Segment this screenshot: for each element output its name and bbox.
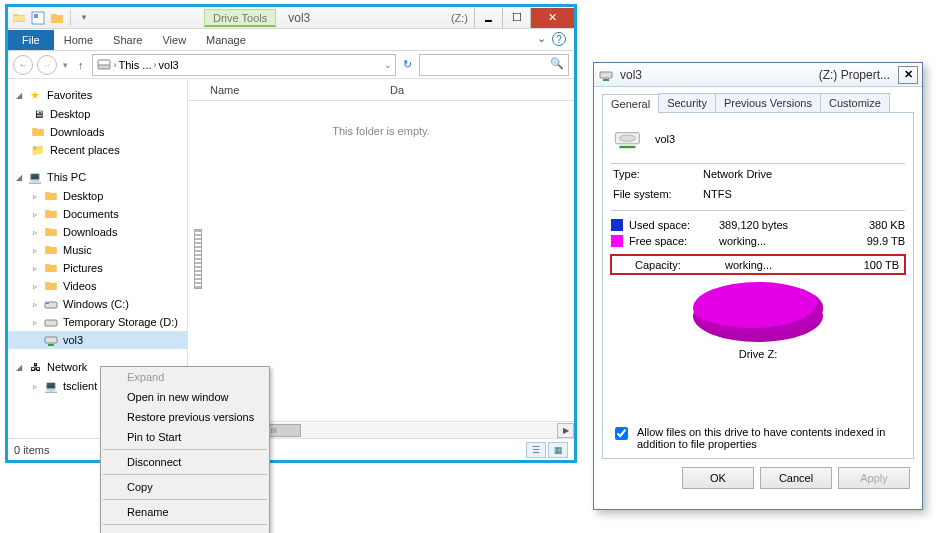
scroll-right-icon[interactable]: ▶ <box>557 423 574 438</box>
drive-tools-contextual-tab[interactable]: Drive Tools <box>204 9 276 27</box>
nav-item-label: Downloads <box>50 126 104 138</box>
recent-locations-icon[interactable]: ▾ <box>61 60 70 70</box>
ok-button[interactable]: OK <box>682 467 754 489</box>
recent-icon: 📁 <box>30 142 46 158</box>
ctx-disconnect[interactable]: Disconnect <box>101 452 269 472</box>
used-swatch <box>611 219 623 231</box>
tab-manage[interactable]: Manage <box>196 30 256 50</box>
back-button[interactable]: ← <box>13 55 33 75</box>
tab-home[interactable]: Home <box>54 30 103 50</box>
capacity-label: Capacity: <box>635 259 725 271</box>
computer-icon: 💻 <box>43 378 59 394</box>
view-thumbnails-icon[interactable]: ▦ <box>548 442 568 458</box>
indexing-checkbox[interactable] <box>615 427 628 440</box>
breadcrumb-vol3[interactable]: vol3 <box>159 59 179 71</box>
nav-fav-desktop[interactable]: 🖥Desktop <box>8 105 187 123</box>
ribbon-chevron-icon[interactable]: ⌄ <box>537 32 546 46</box>
tab-customize[interactable]: Customize <box>820 93 890 112</box>
help-icon[interactable]: ? <box>552 32 566 46</box>
star-icon: ★ <box>27 87 43 103</box>
address-bar[interactable]: › This ... › vol3 ⌄ <box>92 54 397 76</box>
properties-close-button[interactable]: ✕ <box>898 66 918 84</box>
nav-item-label: vol3 <box>63 334 83 346</box>
forward-button[interactable]: → <box>37 55 57 75</box>
ctx-separator <box>103 524 267 525</box>
nav-pc-c-drive[interactable]: ▹Windows (C:) <box>8 295 187 313</box>
nav-thispc-label: This PC <box>47 171 86 183</box>
apply-button[interactable]: Apply <box>838 467 910 489</box>
pie-chart <box>693 282 823 334</box>
tab-view[interactable]: View <box>152 30 196 50</box>
search-icon: 🔍 <box>550 57 564 70</box>
breadcrumb-sep: › <box>114 60 117 70</box>
explorer-titlebar[interactable]: ▼ Drive Tools vol3 (Z:) 🗕 ☐ ✕ <box>8 7 574 29</box>
nav-pc-downloads[interactable]: ▹Downloads <box>8 223 187 241</box>
nav-item-label: Desktop <box>50 108 90 120</box>
qat-newfolder-icon[interactable] <box>49 10 65 26</box>
breadcrumb-thispc[interactable]: This ... <box>119 59 152 71</box>
minimize-button[interactable]: 🗕 <box>474 8 502 28</box>
cancel-button[interactable]: Cancel <box>760 467 832 489</box>
col-name[interactable]: Name <box>210 84 390 96</box>
nav-favorites-header[interactable]: ◢★ Favorites <box>8 85 187 105</box>
drive-large-icon <box>613 125 645 153</box>
ctx-restore-versions[interactable]: Restore previous versions <box>101 407 269 427</box>
nav-pc-vol3[interactable]: ▹vol3 <box>8 331 187 349</box>
up-button[interactable]: ↑ <box>74 59 88 71</box>
folder-icon <box>43 206 59 222</box>
nav-fav-downloads[interactable]: Downloads <box>8 123 187 141</box>
tab-general[interactable]: General <box>602 94 659 113</box>
address-dropdown-icon[interactable]: ⌄ <box>384 60 392 70</box>
capacity-row: Capacity: working... 100 TB <box>611 255 905 274</box>
ctx-copy[interactable]: Copy <box>101 477 269 497</box>
capacity-bytes: working... <box>725 259 839 271</box>
svg-point-10 <box>619 135 635 141</box>
properties-titlebar[interactable]: vol3 (Z:) Propert... ✕ <box>594 63 922 87</box>
refresh-icon[interactable]: ↻ <box>400 58 415 71</box>
nav-thispc-header[interactable]: ◢💻 This PC <box>8 167 187 187</box>
column-headers[interactable]: Name Da <box>188 79 574 101</box>
ctx-separator <box>103 474 267 475</box>
ctx-open-new-window[interactable]: Open in new window <box>101 387 269 407</box>
qat-properties-icon[interactable] <box>30 10 46 26</box>
nav-item-label: Windows (C:) <box>63 298 129 310</box>
tab-previous-versions[interactable]: Previous Versions <box>715 93 821 112</box>
breadcrumb-sep: › <box>154 60 157 70</box>
close-button[interactable]: ✕ <box>530 8 574 28</box>
filesystem-label: File system: <box>613 188 703 200</box>
nav-pc-pictures[interactable]: ▹Pictures <box>8 259 187 277</box>
drive-icon <box>43 314 59 330</box>
context-menu: Expand Open in new window Restore previo… <box>100 366 270 533</box>
tab-share[interactable]: Share <box>103 30 152 50</box>
nav-pc-d-drive[interactable]: ▹Temporary Storage (D:) <box>8 313 187 331</box>
nav-fav-recent[interactable]: 📁Recent places <box>8 141 187 159</box>
nav-pc-music[interactable]: ▹Music <box>8 241 187 259</box>
search-input[interactable]: 🔍 <box>419 54 569 76</box>
window-title: vol3 <box>288 11 310 25</box>
nav-pc-documents[interactable]: ▹Documents <box>8 205 187 223</box>
nav-item-label: Videos <box>63 280 96 292</box>
folder-icon <box>43 224 59 240</box>
ribbon-tabs: File Home Share View Manage ⌄ ? <box>8 29 574 51</box>
network-drive-icon <box>43 332 59 348</box>
svg-rect-3 <box>98 60 110 65</box>
ctx-separator <box>103 499 267 500</box>
properties-general-panel: vol3 Type:Network Drive File system:NTFS… <box>602 113 914 459</box>
maximize-button[interactable]: ☐ <box>502 8 530 28</box>
col-date[interactable]: Da <box>390 84 404 96</box>
type-label: Type: <box>613 168 703 180</box>
ctx-new[interactable]: New▶ <box>101 527 269 533</box>
status-bar: 0 items ☰ ▦ <box>8 438 574 460</box>
free-bytes: working... <box>719 235 845 247</box>
tab-security[interactable]: Security <box>658 93 716 112</box>
nav-pc-videos[interactable]: ▹Videos <box>8 277 187 295</box>
folder-icon <box>43 278 59 294</box>
qat-dropdown-icon[interactable]: ▼ <box>76 10 92 26</box>
svg-rect-4 <box>45 302 57 308</box>
capacity-human: 100 TB <box>839 259 899 271</box>
view-details-icon[interactable]: ☰ <box>526 442 546 458</box>
nav-pc-desktop[interactable]: ▹Desktop <box>8 187 187 205</box>
tab-file[interactable]: File <box>8 30 54 50</box>
ctx-pin-to-start[interactable]: Pin to Start <box>101 427 269 447</box>
ctx-rename[interactable]: Rename <box>101 502 269 522</box>
